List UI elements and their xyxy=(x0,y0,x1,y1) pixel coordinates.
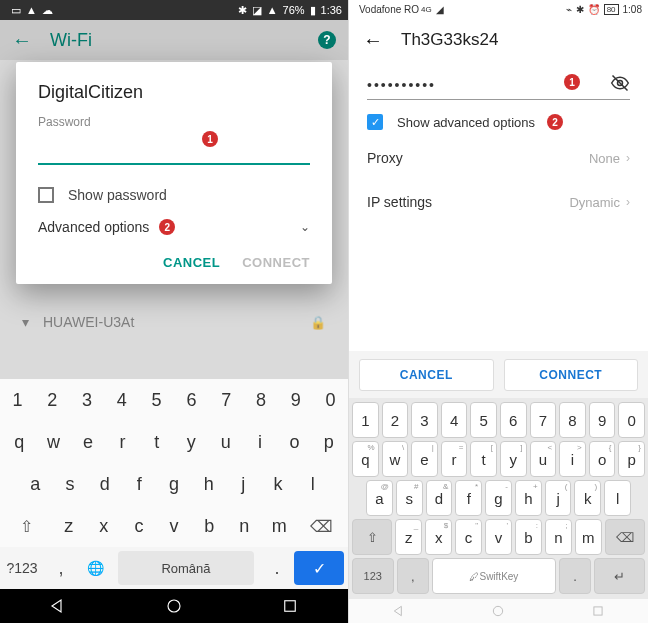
symbols-key[interactable]: 123 xyxy=(352,558,394,594)
key-b[interactable]: b: xyxy=(515,519,542,555)
nav-recent-icon[interactable] xyxy=(591,604,605,618)
key-7[interactable]: 7 xyxy=(209,379,244,421)
key-1[interactable]: 1 xyxy=(0,379,35,421)
key-4[interactable]: 4 xyxy=(104,379,139,421)
key-x[interactable]: x xyxy=(86,505,121,547)
proxy-row[interactable]: Proxy None › xyxy=(349,136,648,180)
key-m[interactable]: m xyxy=(575,519,602,555)
spacebar[interactable]: Română xyxy=(118,551,254,585)
key-6[interactable]: 6 xyxy=(500,402,527,438)
key-5[interactable]: 5 xyxy=(139,379,174,421)
spacebar[interactable]: 🖊 SwiftKey xyxy=(432,558,556,594)
key-c[interactable]: c" xyxy=(455,519,482,555)
nav-back-icon[interactable] xyxy=(392,604,406,618)
key-u[interactable]: u xyxy=(208,421,242,463)
key-4[interactable]: 4 xyxy=(441,402,468,438)
password-input[interactable]: •••••••••• 1 xyxy=(367,70,630,100)
checkbox-unchecked-icon[interactable] xyxy=(38,187,54,203)
key-t[interactable]: t[ xyxy=(470,441,497,477)
key-n[interactable]: n; xyxy=(545,519,572,555)
symbols-key[interactable]: ?123 xyxy=(0,547,44,589)
key-k[interactable]: k xyxy=(261,463,296,505)
key-n[interactable]: n xyxy=(227,505,262,547)
enter-key[interactable]: ↵ xyxy=(594,558,645,594)
key-j[interactable]: j( xyxy=(545,480,572,516)
cancel-button[interactable]: CANCEL xyxy=(163,255,220,270)
key-x[interactable]: x$ xyxy=(425,519,452,555)
key-r[interactable]: r= xyxy=(441,441,468,477)
key-y[interactable]: y] xyxy=(500,441,527,477)
key-r[interactable]: r xyxy=(105,421,139,463)
key-2[interactable]: 2 xyxy=(382,402,409,438)
key-y[interactable]: y xyxy=(174,421,208,463)
key-h[interactable]: h xyxy=(191,463,226,505)
key-z[interactable]: z xyxy=(51,505,86,547)
key-0[interactable]: 0 xyxy=(313,379,348,421)
key-t[interactable]: t xyxy=(140,421,174,463)
key-s[interactable]: s# xyxy=(396,480,423,516)
key-k[interactable]: k) xyxy=(574,480,601,516)
password-input[interactable]: 1 xyxy=(38,133,310,165)
shift-key[interactable]: ⇧ xyxy=(2,505,51,547)
key-8[interactable]: 8 xyxy=(244,379,279,421)
key-7[interactable]: 7 xyxy=(530,402,557,438)
key-a[interactable]: a xyxy=(18,463,53,505)
key-9[interactable]: 9 xyxy=(278,379,313,421)
key-w[interactable]: w\ xyxy=(382,441,409,477)
nav-home-icon[interactable] xyxy=(165,597,183,615)
key-9[interactable]: 9 xyxy=(589,402,616,438)
key-i[interactable]: i> xyxy=(559,441,586,477)
key-w[interactable]: w xyxy=(36,421,70,463)
key-d[interactable]: d xyxy=(87,463,122,505)
key-l[interactable]: l xyxy=(295,463,330,505)
key-a[interactable]: a@ xyxy=(366,480,393,516)
key-5[interactable]: 5 xyxy=(470,402,497,438)
back-icon[interactable]: ← xyxy=(363,29,383,52)
key-l[interactable]: l xyxy=(604,480,631,516)
nav-recent-icon[interactable] xyxy=(281,597,299,615)
key-2[interactable]: 2 xyxy=(35,379,70,421)
period-key[interactable]: . xyxy=(559,558,591,594)
key-f[interactable]: f xyxy=(122,463,157,505)
shift-key[interactable]: ⇧ xyxy=(352,519,392,555)
advanced-options-row[interactable]: Advanced options 2 ⌄ xyxy=(38,219,310,235)
nav-back-icon[interactable] xyxy=(49,597,67,615)
backspace-key[interactable]: ⌫ xyxy=(297,505,346,547)
key-f[interactable]: f* xyxy=(455,480,482,516)
key-i[interactable]: i xyxy=(243,421,277,463)
period-key[interactable]: . xyxy=(260,547,294,589)
backspace-key[interactable]: ⌫ xyxy=(605,519,645,555)
key-v[interactable]: v' xyxy=(485,519,512,555)
key-m[interactable]: m xyxy=(262,505,297,547)
key-o[interactable]: o xyxy=(277,421,311,463)
nav-home-icon[interactable] xyxy=(491,604,505,618)
key-g[interactable]: g- xyxy=(485,480,512,516)
help-icon[interactable]: ? xyxy=(318,31,336,49)
wifi-list-item[interactable]: ▾ HUAWEI-U3At 🔒 xyxy=(0,302,348,342)
show-advanced-row[interactable]: ✓ Show advanced options 2 xyxy=(367,114,630,130)
key-p[interactable]: p xyxy=(312,421,346,463)
cancel-button[interactable]: CANCEL xyxy=(359,359,494,391)
back-icon[interactable]: ← xyxy=(12,29,32,52)
key-p[interactable]: p} xyxy=(618,441,645,477)
comma-key[interactable]: , xyxy=(397,558,429,594)
key-1[interactable]: 1 xyxy=(352,402,379,438)
key-j[interactable]: j xyxy=(226,463,261,505)
key-e[interactable]: e| xyxy=(411,441,438,477)
key-3[interactable]: 3 xyxy=(411,402,438,438)
connect-button[interactable]: CONNECT xyxy=(242,255,310,270)
key-d[interactable]: d& xyxy=(426,480,453,516)
key-v[interactable]: v xyxy=(156,505,191,547)
key-c[interactable]: c xyxy=(121,505,156,547)
key-z[interactable]: z_ xyxy=(395,519,422,555)
checkbox-checked-icon[interactable]: ✓ xyxy=(367,114,383,130)
visibility-off-icon[interactable] xyxy=(610,73,630,97)
key-q[interactable]: q% xyxy=(352,441,379,477)
key-6[interactable]: 6 xyxy=(174,379,209,421)
key-b[interactable]: b xyxy=(192,505,227,547)
key-o[interactable]: o{ xyxy=(589,441,616,477)
connect-button[interactable]: CONNECT xyxy=(504,359,639,391)
key-3[interactable]: 3 xyxy=(70,379,105,421)
key-s[interactable]: s xyxy=(53,463,88,505)
key-e[interactable]: e xyxy=(71,421,105,463)
